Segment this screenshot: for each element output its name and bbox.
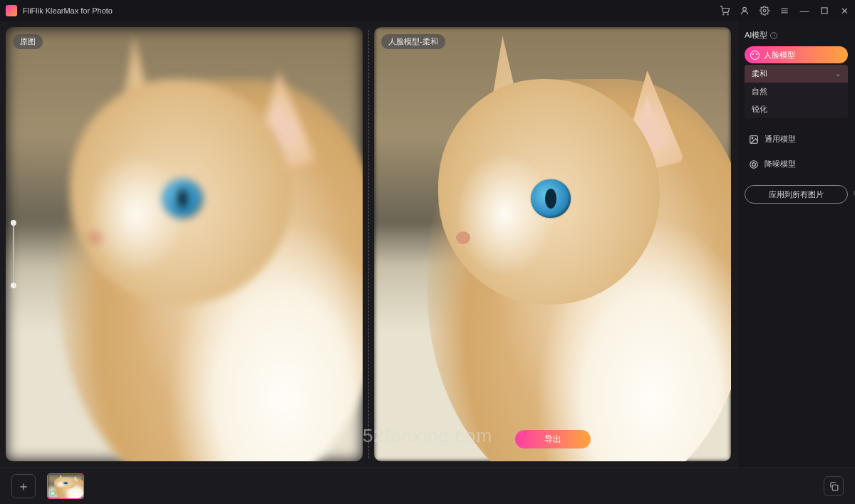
image-icon [749,135,759,145]
general-model-label: 通用模型 [765,134,796,145]
sidebar-title: AI模型 i [745,30,848,41]
apply-all-button[interactable]: 应用到所有图片 [745,185,848,204]
maximize-button[interactable] [819,6,829,16]
info-icon[interactable]: i [770,32,777,39]
add-image-button[interactable]: ＋ [11,474,36,498]
option-sharpen[interactable]: 锐化 [745,100,848,118]
app-title: FliFlik KlearMax for Photo [23,6,720,15]
svg-point-0 [723,14,724,15]
app-icon [6,5,17,16]
face-icon [750,51,760,60]
chevron-down-icon: ⌄ [835,70,841,78]
result-pane[interactable]: 人脸模型-柔和 导出 [374,27,731,461]
result-label: 人脸模型-柔和 [381,34,445,49]
original-pane[interactable]: 原图 [6,27,363,461]
copy-button[interactable] [824,476,844,496]
original-label: 原图 [13,34,43,49]
image-viewer: 原图 人脸模型-柔和 导 [0,21,737,467]
face-model-dropdown: 柔和 ⌄ 自然 锐化 [745,65,848,118]
denoise-model-label: 降噪模型 [765,159,796,169]
svg-point-11 [752,162,756,166]
minimize-button[interactable]: — [799,6,809,16]
gear-icon[interactable] [760,6,770,16]
bottom-bar: ＋ [0,467,855,504]
copy-icon [829,481,839,491]
titlebar: FliFlik KlearMax for Photo — ✕ [0,0,855,21]
zoom-slider[interactable] [7,223,20,294]
general-model-button[interactable]: 通用模型 [745,128,848,150]
close-button[interactable]: ✕ [839,6,849,16]
svg-point-1 [727,14,728,15]
option-soft[interactable]: 柔和 ⌄ [745,65,848,83]
option-natural[interactable]: 自然 [745,83,848,100]
sidebar: AI模型 i 人脸模型 柔和 ⌄ 自然 锐化 通用模型 降噪模型 应用到所有图片 [737,21,855,467]
denoise-model-button[interactable]: 降噪模型 [745,153,848,175]
svg-point-3 [763,9,766,12]
user-icon[interactable] [740,6,750,16]
svg-point-9 [752,137,753,139]
svg-point-2 [743,7,747,11]
svg-rect-7 [822,8,827,14]
svg-rect-12 [832,485,838,490]
thumbnail-1[interactable] [47,473,84,499]
face-model-button[interactable]: 人脸模型 [745,46,848,63]
svg-point-10 [750,160,758,168]
cart-icon[interactable] [720,6,730,16]
comparison-divider[interactable] [368,30,369,458]
status-dot-icon [50,490,56,496]
menu-icon[interactable] [779,6,789,16]
target-icon [749,159,759,169]
face-model-label: 人脸模型 [764,50,795,61]
export-button[interactable]: 导出 [515,430,591,448]
